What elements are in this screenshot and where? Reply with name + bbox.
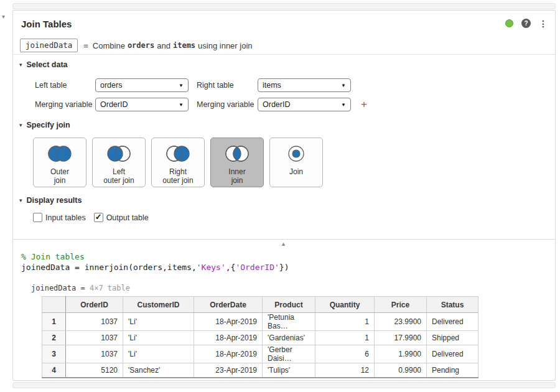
section-display-results[interactable]: ▾ Display results: [19, 196, 82, 205]
table-row: 11037'Li'18-Apr-2019'Petunia Bas…123.990…: [42, 313, 478, 331]
table-cell: 1037: [66, 345, 123, 363]
join-button-label: Right outer join: [162, 167, 193, 185]
table-cell: 1: [315, 313, 375, 331]
table-row: 45120'Sanchez'23-Apr-2019'Tulips'120.990…: [42, 363, 478, 378]
merging-variable-row: Merging variable OrderID ▼ Merging varia…: [35, 98, 367, 111]
merge-right-select[interactable]: OrderID ▼: [258, 98, 351, 111]
code-section-divider: [13, 239, 555, 240]
column-header: OrderDate: [194, 297, 263, 313]
generated-code: % Join tables joinedData = innerjoin(ord…: [21, 251, 289, 273]
output-table-checkbox[interactable]: ✓: [94, 213, 103, 222]
merge-right-value: OrderID: [263, 100, 290, 109]
table-cell: 'Sanchez': [123, 363, 194, 378]
right-outer-join-button[interactable]: Right outer join: [151, 138, 205, 187]
left-outer-join-button[interactable]: Left outer join: [92, 138, 146, 187]
table-cell: Pending: [427, 363, 478, 378]
merge-left-select[interactable]: OrderID ▼: [95, 98, 189, 111]
code-text: ,{: [226, 263, 236, 272]
table-header: OrderIDCustomerIDOrderDateProductQuantit…: [42, 297, 478, 313]
column-header: [42, 297, 66, 313]
dropdown-arrow-icon: ▼: [341, 102, 346, 108]
collapse-code-icon[interactable]: ▲: [281, 241, 286, 247]
input-tables-checkbox-item[interactable]: ✓ Input tables: [33, 213, 86, 222]
table-cell: 1037: [66, 331, 123, 345]
join-button[interactable]: Join: [269, 138, 323, 187]
table-row: 31037'Li'18-Apr-2019'Gerber Daisi…61.990…: [42, 345, 478, 363]
left-table-select[interactable]: orders ▼: [95, 78, 189, 92]
row-number-cell: 2: [42, 331, 66, 345]
table-cell: 'Li': [123, 313, 194, 331]
join-type-buttons: Outer join Left outer join Right: [33, 138, 323, 187]
outer-join-venn-icon: [45, 144, 74, 164]
overflow-menu-icon[interactable]: ⋮: [539, 19, 548, 28]
table-cell: 18-Apr-2019: [194, 345, 263, 363]
chevron-down-icon: ▾: [19, 122, 22, 128]
dropdown-arrow-icon: ▼: [179, 102, 184, 108]
inner-join-venn-icon: [223, 144, 251, 164]
code-string: 'OrderID': [235, 263, 279, 272]
merge-right-label: Merging variable: [197, 100, 258, 109]
inner-join-button[interactable]: Inner join: [210, 138, 264, 187]
header-icons: ? ⋮: [505, 19, 548, 28]
help-icon[interactable]: ?: [521, 19, 531, 28]
table-cell: 23.9900: [375, 313, 427, 331]
table-cell: Delivered: [427, 313, 478, 331]
display-results-options: ✓ Input tables ✓ Output table: [33, 213, 149, 222]
output-variable-line: joinedData = 4×7 table: [31, 284, 130, 292]
column-header: Price: [375, 297, 427, 313]
join-button-label: Inner join: [228, 167, 245, 185]
signature-text: Combine: [93, 41, 125, 50]
checkbox-label: Output table: [106, 213, 149, 222]
signature-text: and: [157, 41, 170, 50]
chevron-down-icon: ▾: [19, 62, 22, 68]
signature-text: using inner join: [198, 41, 252, 50]
signature-right-table: items: [173, 41, 195, 50]
table-cell: 18-Apr-2019: [194, 331, 263, 345]
table-cell: 'Li': [123, 331, 194, 345]
signature-left-table: orders: [128, 41, 154, 50]
left-outer-join-venn-icon: [105, 144, 133, 164]
dropdown-arrow-icon: ▼: [179, 83, 184, 88]
join-button-label: Join: [289, 167, 303, 176]
joined-data-table: OrderIDCustomerIDOrderDateProductQuantit…: [42, 296, 478, 378]
task-signature: joinedData = Combine orders and items us…: [20, 39, 253, 52]
column-header: Status: [427, 297, 478, 313]
code-line: joinedData = innerjoin(orders,items,'Key…: [21, 262, 289, 273]
join-button-label: Left outer join: [103, 167, 134, 185]
table-cell: 'Li': [123, 345, 194, 363]
section-label: Select data: [27, 60, 68, 69]
add-merging-variable-button[interactable]: +: [361, 100, 367, 110]
table-cell: 17.9900: [375, 331, 427, 345]
outer-join-button[interactable]: Outer join: [33, 138, 86, 187]
row-number-cell: 4: [42, 363, 66, 378]
section-select-data[interactable]: ▾ Select data: [19, 60, 68, 69]
left-table-label: Left table: [35, 81, 95, 90]
section-specify-join[interactable]: ▾ Specify join: [19, 121, 70, 129]
table-cell: 6: [315, 345, 375, 363]
section-label: Specify join: [27, 121, 70, 129]
table-cell: 1.9900: [375, 345, 427, 363]
table-select-row: Left table orders ▼ Right table items ▼: [35, 78, 356, 92]
table-cell: 0.9900: [375, 363, 427, 378]
chevron-down-icon: ▾: [19, 197, 22, 203]
output-table-checkbox-item[interactable]: ✓ Output table: [94, 213, 149, 222]
signature-equals: =: [83, 41, 88, 50]
header-separator: [13, 54, 555, 55]
right-table-value: items: [263, 81, 281, 90]
output-equals: =: [76, 284, 90, 292]
code-text: }): [279, 263, 289, 272]
column-header: Product: [263, 297, 315, 313]
table-cell: 18-Apr-2019: [194, 313, 263, 331]
code-text: joinedData = innerjoin(orders,items,: [21, 263, 197, 272]
input-tables-checkbox[interactable]: ✓: [33, 213, 42, 222]
editor-block-above: [12, 3, 556, 9]
right-table-select[interactable]: items ▼: [258, 78, 351, 92]
task-collapse-icon[interactable]: ▾: [2, 13, 5, 20]
output-variable-field[interactable]: joinedData: [20, 39, 78, 52]
table-cell: 'Gerber Daisi…: [263, 345, 315, 363]
left-table-value: orders: [100, 81, 122, 90]
table-cell: 'Petunia Bas…: [263, 313, 315, 331]
table-cell: 5120: [66, 363, 123, 378]
right-table-label: Right table: [197, 81, 258, 90]
join-tables-task-panel: Join Tables ? ⋮ joinedData = Combine ord…: [12, 10, 556, 381]
